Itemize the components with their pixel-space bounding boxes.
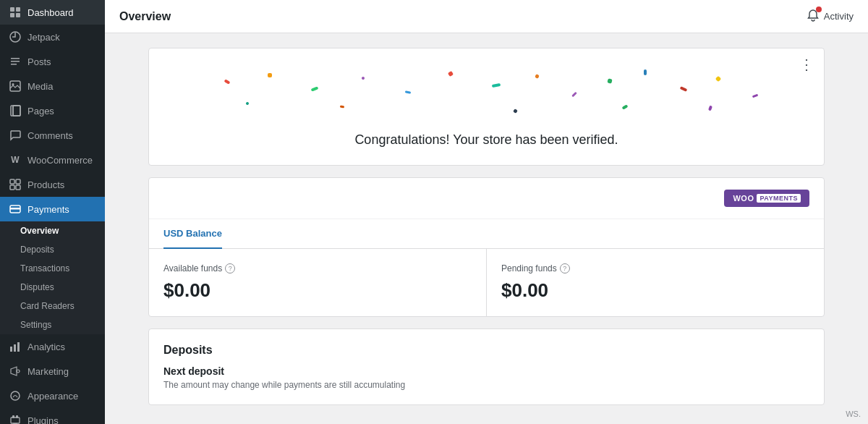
sidebar-item-marketing-label: Marketing bbox=[27, 366, 69, 377]
svg-rect-0 bbox=[10, 7, 14, 12]
comments-icon bbox=[9, 129, 22, 142]
svg-rect-18 bbox=[17, 342, 20, 352]
payments-submenu: Overview Deposits Transactions Disputes … bbox=[0, 221, 105, 334]
pending-funds-label: Pending funds ? bbox=[501, 263, 809, 274]
watermark: WS. bbox=[846, 410, 861, 418]
submenu-item-deposits[interactable]: Deposits bbox=[0, 240, 105, 259]
sidebar-item-pages-label: Pages bbox=[27, 106, 54, 116]
page-title: Overview bbox=[119, 10, 171, 23]
activity-button[interactable]: Activity bbox=[807, 9, 854, 24]
confetti-piece bbox=[340, 106, 344, 109]
svg-rect-2 bbox=[10, 13, 14, 17]
sidebar-item-analytics-label: Analytics bbox=[27, 342, 65, 352]
confetti-piece bbox=[752, 94, 759, 98]
sidebar-item-media-label: Media bbox=[27, 81, 53, 92]
svg-rect-16 bbox=[10, 347, 12, 352]
sidebar-item-plugins[interactable]: Plugins bbox=[0, 408, 105, 424]
woo-logo-badge: PAYMENTS bbox=[757, 194, 801, 203]
deposits-card: Deposits Next deposit The amount may cha… bbox=[148, 328, 825, 405]
sidebar-item-dashboard[interactable]: Dashboard bbox=[0, 0, 105, 25]
available-funds-label: Available funds ? bbox=[163, 263, 472, 274]
confetti-piece bbox=[513, 109, 518, 114]
svg-rect-11 bbox=[16, 179, 20, 184]
submenu-item-disputes[interactable]: Disputes bbox=[0, 278, 105, 297]
svg-rect-15 bbox=[10, 208, 20, 210]
confetti-piece bbox=[644, 69, 647, 75]
marketing-icon bbox=[9, 365, 22, 378]
confetti-piece bbox=[224, 79, 231, 84]
available-funds-help-icon[interactable]: ? bbox=[225, 263, 235, 274]
submenu-item-settings[interactable]: Settings bbox=[0, 315, 105, 334]
woocommerce-icon: W bbox=[9, 153, 22, 166]
activity-bell-icon bbox=[807, 9, 820, 24]
confetti-piece bbox=[245, 101, 249, 105]
svg-rect-17 bbox=[14, 344, 16, 352]
celebration-message: Congratulations! Your store has been ver… bbox=[166, 132, 807, 148]
sidebar-item-dashboard-label: Dashboard bbox=[27, 7, 74, 18]
submenu-item-overview[interactable]: Overview bbox=[0, 221, 105, 240]
confetti-piece bbox=[622, 104, 629, 109]
confetti-piece bbox=[448, 71, 454, 77]
payments-icon bbox=[9, 203, 22, 216]
balance-tabs: USD Balance bbox=[149, 219, 824, 249]
confetti-piece bbox=[311, 86, 319, 91]
sidebar-item-products[interactable]: Products bbox=[0, 172, 105, 197]
sidebar-item-woocommerce-label: WooCommerce bbox=[27, 155, 93, 166]
woo-payments-card: WOO PAYMENTS USD Balance Available funds… bbox=[148, 177, 825, 317]
sidebar-item-payments[interactable]: Payments bbox=[0, 197, 105, 221]
confetti-area bbox=[166, 66, 807, 124]
sidebar-item-plugins-label: Plugins bbox=[27, 415, 59, 425]
posts-icon bbox=[9, 55, 22, 68]
sidebar: Dashboard Jetpack Posts Media Pages Comm… bbox=[0, 0, 105, 424]
dashboard-icon bbox=[9, 6, 22, 19]
confetti-piece bbox=[405, 90, 411, 93]
sidebar-item-analytics[interactable]: Analytics bbox=[0, 334, 105, 359]
svg-rect-12 bbox=[10, 185, 14, 190]
sidebar-item-jetpack-label: Jetpack bbox=[27, 32, 60, 43]
woo-logo-text: WOO bbox=[733, 194, 754, 203]
sidebar-item-marketing[interactable]: Marketing bbox=[0, 359, 105, 383]
sidebar-item-posts[interactable]: Posts bbox=[0, 49, 105, 74]
sidebar-item-posts-label: Posts bbox=[27, 56, 51, 67]
svg-rect-23 bbox=[11, 417, 20, 423]
sidebar-item-woocommerce[interactable]: W WooCommerce bbox=[0, 148, 105, 172]
tab-usd-balance[interactable]: USD Balance bbox=[163, 219, 222, 249]
submenu-item-card-readers[interactable]: Card Readers bbox=[0, 297, 105, 315]
products-icon bbox=[9, 178, 22, 191]
sidebar-item-appearance-label: Appearance bbox=[27, 391, 78, 402]
sidebar-item-appearance[interactable]: Appearance bbox=[0, 383, 105, 408]
plugins-icon bbox=[9, 414, 22, 424]
confetti-piece bbox=[535, 74, 540, 79]
woo-payments-logo: WOO PAYMENTS bbox=[724, 190, 809, 207]
available-funds-amount: $0.00 bbox=[163, 279, 472, 302]
activity-label: Activity bbox=[824, 11, 854, 22]
svg-rect-1 bbox=[16, 7, 20, 12]
svg-rect-13 bbox=[16, 185, 20, 190]
balance-grid: Available funds ? $0.00 Pending funds ? … bbox=[149, 249, 824, 316]
celebration-card: ⋮ Congratulations! Your store has been v… bbox=[148, 48, 825, 166]
sidebar-item-products-label: Products bbox=[27, 179, 64, 190]
pending-funds-amount: $0.00 bbox=[501, 279, 809, 302]
svg-rect-5 bbox=[10, 81, 20, 91]
sidebar-item-comments[interactable]: Comments bbox=[0, 123, 105, 148]
confetti-piece bbox=[361, 76, 365, 80]
pending-funds-help-icon[interactable]: ? bbox=[560, 263, 570, 274]
pages-icon bbox=[9, 104, 22, 117]
pending-funds-cell: Pending funds ? $0.00 bbox=[487, 249, 824, 316]
confetti-piece bbox=[571, 92, 577, 98]
next-deposit-label: Next deposit bbox=[163, 365, 809, 377]
confetti-piece bbox=[607, 78, 612, 83]
sidebar-item-comments-label: Comments bbox=[27, 130, 73, 141]
sidebar-item-media[interactable]: Media bbox=[0, 74, 105, 98]
woo-card-header: WOO PAYMENTS bbox=[149, 178, 824, 219]
svg-rect-8 bbox=[13, 106, 20, 116]
confetti-piece bbox=[708, 106, 712, 111]
topbar: Overview Activity bbox=[105, 0, 868, 33]
sidebar-item-jetpack[interactable]: Jetpack bbox=[0, 25, 105, 49]
analytics-icon bbox=[9, 340, 22, 353]
deposits-title: Deposits bbox=[163, 344, 809, 357]
appearance-icon bbox=[9, 389, 22, 402]
submenu-item-transactions[interactable]: Transactions bbox=[0, 259, 105, 278]
sidebar-item-pages[interactable]: Pages bbox=[0, 98, 105, 123]
confetti-piece bbox=[492, 83, 501, 88]
